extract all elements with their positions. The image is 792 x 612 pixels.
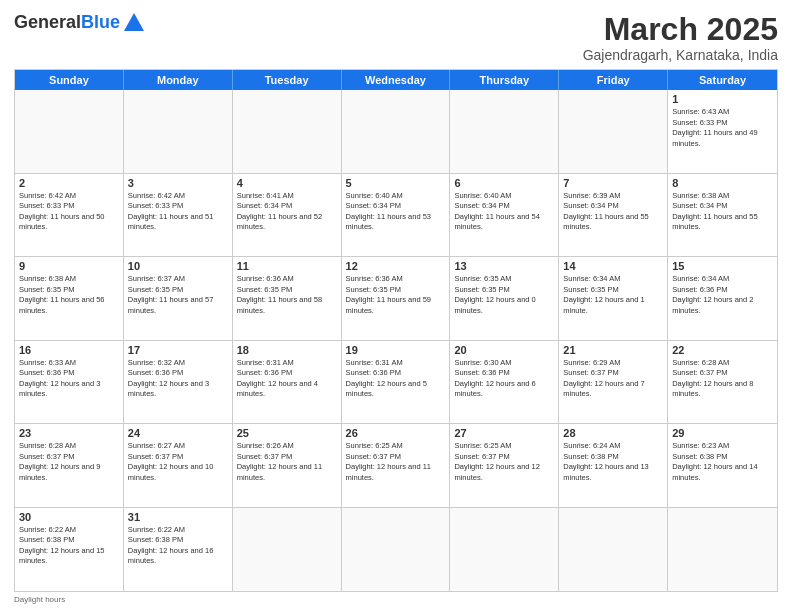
day-header-monday: Monday	[124, 70, 233, 90]
day-header-saturday: Saturday	[668, 70, 777, 90]
cell-day-number: 9	[19, 260, 119, 272]
calendar-cell: 21Sunrise: 6:29 AM Sunset: 6:37 PM Dayli…	[559, 341, 668, 423]
calendar-cell: 22Sunrise: 6:28 AM Sunset: 6:37 PM Dayli…	[668, 341, 777, 423]
cell-day-number: 26	[346, 427, 446, 439]
cell-info: Sunrise: 6:37 AM Sunset: 6:35 PM Dayligh…	[128, 274, 228, 316]
cell-info: Sunrise: 6:40 AM Sunset: 6:34 PM Dayligh…	[346, 191, 446, 233]
cell-info: Sunrise: 6:30 AM Sunset: 6:36 PM Dayligh…	[454, 358, 554, 400]
cell-info: Sunrise: 6:38 AM Sunset: 6:34 PM Dayligh…	[672, 191, 773, 233]
cell-day-number: 29	[672, 427, 773, 439]
cell-day-number: 28	[563, 427, 663, 439]
calendar-cell: 16Sunrise: 6:33 AM Sunset: 6:36 PM Dayli…	[15, 341, 124, 423]
cell-info: Sunrise: 6:34 AM Sunset: 6:36 PM Dayligh…	[672, 274, 773, 316]
title-section: March 2025 Gajendragarh, Karnataka, Indi…	[583, 12, 778, 63]
calendar: SundayMondayTuesdayWednesdayThursdayFrid…	[14, 69, 778, 592]
calendar-cell: 23Sunrise: 6:28 AM Sunset: 6:37 PM Dayli…	[15, 424, 124, 506]
cell-info: Sunrise: 6:41 AM Sunset: 6:34 PM Dayligh…	[237, 191, 337, 233]
calendar-cell	[559, 90, 668, 172]
cell-day-number: 7	[563, 177, 663, 189]
header: General Blue March 2025 Gajendragarh, Ka…	[14, 12, 778, 63]
cell-day-number: 14	[563, 260, 663, 272]
calendar-cell: 24Sunrise: 6:27 AM Sunset: 6:37 PM Dayli…	[124, 424, 233, 506]
calendar-row: 30Sunrise: 6:22 AM Sunset: 6:38 PM Dayli…	[15, 508, 777, 591]
cell-day-number: 20	[454, 344, 554, 356]
cell-day-number: 19	[346, 344, 446, 356]
calendar-cell: 27Sunrise: 6:25 AM Sunset: 6:37 PM Dayli…	[450, 424, 559, 506]
calendar-cell	[450, 90, 559, 172]
cell-day-number: 15	[672, 260, 773, 272]
calendar-cell: 9Sunrise: 6:38 AM Sunset: 6:35 PM Daylig…	[15, 257, 124, 339]
cell-day-number: 2	[19, 177, 119, 189]
cell-info: Sunrise: 6:28 AM Sunset: 6:37 PM Dayligh…	[19, 441, 119, 483]
calendar-cell: 30Sunrise: 6:22 AM Sunset: 6:38 PM Dayli…	[15, 508, 124, 591]
calendar-row: 16Sunrise: 6:33 AM Sunset: 6:36 PM Dayli…	[15, 341, 777, 424]
cell-day-number: 12	[346, 260, 446, 272]
cell-day-number: 5	[346, 177, 446, 189]
calendar-cell: 2Sunrise: 6:42 AM Sunset: 6:33 PM Daylig…	[15, 174, 124, 256]
cell-day-number: 24	[128, 427, 228, 439]
cell-info: Sunrise: 6:40 AM Sunset: 6:34 PM Dayligh…	[454, 191, 554, 233]
calendar-cell: 14Sunrise: 6:34 AM Sunset: 6:35 PM Dayli…	[559, 257, 668, 339]
logo-triangle-icon	[124, 13, 144, 31]
calendar-cell: 31Sunrise: 6:22 AM Sunset: 6:38 PM Dayli…	[124, 508, 233, 591]
calendar-cell: 18Sunrise: 6:31 AM Sunset: 6:36 PM Dayli…	[233, 341, 342, 423]
calendar-cell	[15, 90, 124, 172]
cell-day-number: 18	[237, 344, 337, 356]
calendar-cell: 11Sunrise: 6:36 AM Sunset: 6:35 PM Dayli…	[233, 257, 342, 339]
cell-day-number: 8	[672, 177, 773, 189]
cell-info: Sunrise: 6:26 AM Sunset: 6:37 PM Dayligh…	[237, 441, 337, 483]
cell-info: Sunrise: 6:22 AM Sunset: 6:38 PM Dayligh…	[128, 525, 228, 567]
cell-day-number: 25	[237, 427, 337, 439]
calendar-body: 1Sunrise: 6:43 AM Sunset: 6:33 PM Daylig…	[15, 90, 777, 591]
logo-general-text: General	[14, 12, 81, 33]
cell-day-number: 1	[672, 93, 773, 105]
cell-info: Sunrise: 6:36 AM Sunset: 6:35 PM Dayligh…	[237, 274, 337, 316]
cell-day-number: 4	[237, 177, 337, 189]
calendar-cell	[124, 90, 233, 172]
logo-blue-text: Blue	[81, 12, 120, 33]
cell-day-number: 21	[563, 344, 663, 356]
calendar-cell: 1Sunrise: 6:43 AM Sunset: 6:33 PM Daylig…	[668, 90, 777, 172]
calendar-cell: 20Sunrise: 6:30 AM Sunset: 6:36 PM Dayli…	[450, 341, 559, 423]
logo: General Blue	[14, 12, 144, 33]
calendar-cell: 13Sunrise: 6:35 AM Sunset: 6:35 PM Dayli…	[450, 257, 559, 339]
cell-info: Sunrise: 6:33 AM Sunset: 6:36 PM Dayligh…	[19, 358, 119, 400]
cell-info: Sunrise: 6:29 AM Sunset: 6:37 PM Dayligh…	[563, 358, 663, 400]
cell-info: Sunrise: 6:34 AM Sunset: 6:35 PM Dayligh…	[563, 274, 663, 316]
cell-day-number: 6	[454, 177, 554, 189]
cell-day-number: 23	[19, 427, 119, 439]
cell-day-number: 16	[19, 344, 119, 356]
calendar-cell	[450, 508, 559, 591]
cell-day-number: 17	[128, 344, 228, 356]
cell-info: Sunrise: 6:27 AM Sunset: 6:37 PM Dayligh…	[128, 441, 228, 483]
calendar-row: 1Sunrise: 6:43 AM Sunset: 6:33 PM Daylig…	[15, 90, 777, 173]
calendar-cell	[233, 508, 342, 591]
day-header-thursday: Thursday	[450, 70, 559, 90]
subtitle: Gajendragarh, Karnataka, India	[583, 47, 778, 63]
cell-info: Sunrise: 6:31 AM Sunset: 6:36 PM Dayligh…	[237, 358, 337, 400]
cell-day-number: 11	[237, 260, 337, 272]
day-header-wednesday: Wednesday	[342, 70, 451, 90]
cell-day-number: 10	[128, 260, 228, 272]
day-headers: SundayMondayTuesdayWednesdayThursdayFrid…	[15, 70, 777, 90]
cell-day-number: 30	[19, 511, 119, 523]
calendar-cell: 26Sunrise: 6:25 AM Sunset: 6:37 PM Dayli…	[342, 424, 451, 506]
cell-info: Sunrise: 6:43 AM Sunset: 6:33 PM Dayligh…	[672, 107, 773, 149]
calendar-cell	[233, 90, 342, 172]
daylight-label: Daylight hours	[14, 595, 65, 604]
cell-info: Sunrise: 6:39 AM Sunset: 6:34 PM Dayligh…	[563, 191, 663, 233]
calendar-cell: 17Sunrise: 6:32 AM Sunset: 6:36 PM Dayli…	[124, 341, 233, 423]
calendar-row: 2Sunrise: 6:42 AM Sunset: 6:33 PM Daylig…	[15, 174, 777, 257]
calendar-cell: 12Sunrise: 6:36 AM Sunset: 6:35 PM Dayli…	[342, 257, 451, 339]
calendar-cell: 15Sunrise: 6:34 AM Sunset: 6:36 PM Dayli…	[668, 257, 777, 339]
cell-day-number: 31	[128, 511, 228, 523]
cell-info: Sunrise: 6:36 AM Sunset: 6:35 PM Dayligh…	[346, 274, 446, 316]
calendar-cell: 19Sunrise: 6:31 AM Sunset: 6:36 PM Dayli…	[342, 341, 451, 423]
page: General Blue March 2025 Gajendragarh, Ka…	[0, 0, 792, 612]
cell-info: Sunrise: 6:35 AM Sunset: 6:35 PM Dayligh…	[454, 274, 554, 316]
calendar-cell: 29Sunrise: 6:23 AM Sunset: 6:38 PM Dayli…	[668, 424, 777, 506]
calendar-cell: 3Sunrise: 6:42 AM Sunset: 6:33 PM Daylig…	[124, 174, 233, 256]
calendar-cell: 6Sunrise: 6:40 AM Sunset: 6:34 PM Daylig…	[450, 174, 559, 256]
cell-info: Sunrise: 6:24 AM Sunset: 6:38 PM Dayligh…	[563, 441, 663, 483]
calendar-cell	[559, 508, 668, 591]
